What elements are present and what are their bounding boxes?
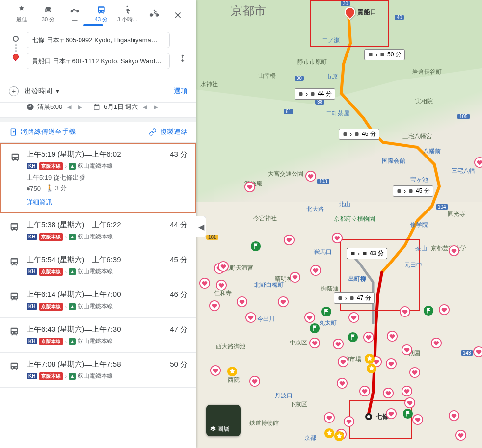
place-marutamachi: 丸太町 — [319, 319, 337, 327]
saved-flag-53[interactable] — [348, 332, 358, 343]
mode-driving[interactable]: 30 分 — [35, 3, 61, 25]
saved-heart-35[interactable] — [210, 365, 221, 376]
swap-locations-button[interactable] — [178, 53, 187, 65]
saved-flag-52[interactable] — [309, 323, 320, 334]
route-time-44[interactable]: › 44 分 — [295, 88, 335, 100]
saved-star-46[interactable] — [366, 363, 377, 374]
copy-link-button[interactable]: 複製連結 — [148, 128, 187, 136]
saved-heart-1[interactable] — [305, 171, 316, 182]
copy-link-label: 複製連結 — [160, 128, 187, 136]
saved-heart-33[interactable] — [404, 397, 415, 408]
route-time-43[interactable]: › 43 分 — [347, 248, 387, 259]
time-date-row: 清晨5:00 ◀ ▶ 6月1日 週六 ◀ ▶ — [0, 103, 196, 118]
saved-heart-12[interactable] — [199, 278, 210, 289]
saved-heart-28[interactable] — [409, 367, 420, 378]
origin-input[interactable] — [27, 32, 170, 48]
layers-button[interactable]: 圖層 — [206, 405, 241, 436]
saved-heart-39[interactable] — [386, 408, 397, 419]
result-item-2[interactable]: 上午5:54 (星期六)—上午6:39 45 分 KH 京阪本線 › ▲ 叡山電… — [0, 248, 196, 283]
time-prev[interactable]: ◀ — [65, 104, 73, 110]
saved-heart-14[interactable] — [245, 312, 256, 323]
send-to-phone-link[interactable]: 將路線傳送至手機 — [9, 128, 76, 136]
saved-heart-21[interactable] — [363, 332, 374, 343]
saved-heart-32[interactable] — [402, 386, 412, 396]
result-item-3[interactable]: 上午6:14 (星期六)—上午7:00 46 分 KH 京阪本線 › ▲ 叡山電… — [0, 283, 196, 318]
result-duration: 45 分 — [170, 255, 187, 264]
mode-best[interactable]: 最佳 — [9, 3, 34, 25]
details-link[interactable]: 詳細資訊 — [27, 198, 187, 207]
saved-heart-5[interactable] — [284, 235, 295, 245]
saved-heart-10[interactable] — [290, 272, 300, 283]
time-next[interactable]: ▶ — [76, 104, 84, 110]
date-next[interactable]: ▶ — [152, 104, 160, 110]
saved-heart-22[interactable] — [387, 331, 398, 342]
saved-heart-11[interactable] — [310, 265, 321, 276]
saved-flag-50[interactable] — [250, 241, 261, 252]
saved-heart-29[interactable] — [337, 378, 348, 389]
mode-transit[interactable]: 43 分 — [88, 3, 114, 25]
saved-star-45[interactable] — [364, 353, 375, 364]
saved-heart-16[interactable] — [348, 312, 359, 323]
options-link[interactable]: 選項 — [174, 87, 187, 96]
result-lines: KH 京阪本線 › ▲ 叡山電鐵本線 — [27, 267, 187, 276]
mode-walking[interactable]: 3 小時… — [115, 3, 140, 25]
route-time-50[interactable]: › 50 分 — [364, 49, 405, 60]
line2-icon-badge: ▲ — [69, 373, 76, 380]
mode-cycling[interactable] — [141, 7, 167, 22]
saved-heart-24[interactable] — [431, 338, 442, 348]
saved-flag-55[interactable] — [423, 305, 434, 316]
saved-heart-41[interactable] — [449, 410, 459, 421]
saved-heart-34[interactable] — [249, 376, 260, 387]
mode-motorcycle[interactable]: — — [62, 4, 87, 25]
collapse-panel-button[interactable]: ◀ — [196, 216, 206, 237]
saved-heart-0[interactable] — [474, 157, 482, 168]
close-directions[interactable]: ✕ — [168, 7, 187, 21]
saved-heart-25[interactable] — [338, 356, 348, 367]
result-item-4[interactable]: 上午6:43 (星期六)—上午7:30 47 分 KH 京阪本線 › ▲ 叡山電… — [0, 318, 196, 353]
saved-heart-15[interactable] — [304, 312, 315, 323]
date-prev[interactable]: ◀ — [141, 104, 149, 110]
saved-heart-36[interactable] — [324, 412, 335, 423]
saved-flag-54[interactable] — [402, 408, 413, 419]
saved-heart-43[interactable] — [473, 346, 482, 357]
train-icon — [9, 326, 20, 337]
result-item-1[interactable]: 上午5:38 (星期六)—上午6:22 44 分 KH 京阪本線 › ▲ 叡山電… — [0, 213, 196, 248]
date-picker[interactable]: 6月1日 週六 ◀ ▶ — [93, 103, 160, 111]
map-canvas[interactable]: 京都市 貴船口 二ノ瀬 七條 › 43 分 › 44 分 › 45 分 › 46… — [196, 0, 482, 448]
route-time-45[interactable]: › 45 分 — [393, 185, 433, 197]
route-time-46[interactable]: › 46 分 — [339, 129, 379, 140]
route-time-47[interactable]: › 47 分 — [334, 292, 375, 304]
saved-heart-2[interactable] — [244, 182, 255, 192]
saved-heart-30[interactable] — [359, 386, 370, 396]
result-item-0[interactable]: 上午5:19 (星期六)—上午6:02 43 分 KH 京阪本線 › ▲ 叡山電… — [0, 143, 196, 213]
saved-heart-6[interactable] — [332, 233, 343, 243]
destination-input[interactable] — [27, 53, 170, 69]
origin-circle[interactable] — [365, 413, 372, 420]
time-picker[interactable]: 清晨5:00 ◀ ▶ — [27, 103, 84, 111]
saved-star-47[interactable] — [324, 428, 335, 439]
saved-heart-23[interactable] — [402, 344, 412, 355]
saved-heart-31[interactable] — [383, 388, 394, 398]
saved-star-48[interactable] — [334, 431, 345, 442]
saved-heart-8[interactable] — [237, 296, 247, 307]
saved-heart-20[interactable] — [333, 339, 344, 349]
saved-heart-13[interactable] — [209, 300, 220, 311]
saved-heart-44[interactable] — [449, 245, 459, 256]
saved-heart-7[interactable] — [216, 280, 227, 290]
saved-heart-42[interactable] — [455, 430, 466, 441]
route-time-43-label: 43 分 — [370, 249, 384, 258]
result-item-5[interactable]: 上午7:08 (星期六)—上午7:58 50 分 KH 京阪本線 › ▲ 叡山電… — [0, 353, 196, 388]
saved-heart-19[interactable] — [309, 338, 320, 348]
svg-rect-4 — [398, 189, 401, 193]
saved-heart-17[interactable] — [400, 306, 410, 317]
saved-flag-51[interactable] — [321, 306, 332, 317]
departure-time-dropdown[interactable]: 出發時間 ▼ — [25, 87, 60, 96]
saved-heart-9[interactable] — [278, 296, 289, 307]
saved-heart-4[interactable] — [218, 261, 229, 272]
add-stop-button[interactable]: + — [9, 86, 19, 96]
saved-star-49[interactable] — [227, 366, 238, 377]
saved-heart-40[interactable] — [412, 414, 423, 425]
saved-heart-37[interactable] — [344, 416, 354, 427]
saved-heart-27[interactable] — [386, 358, 397, 369]
saved-heart-18[interactable] — [439, 304, 450, 315]
